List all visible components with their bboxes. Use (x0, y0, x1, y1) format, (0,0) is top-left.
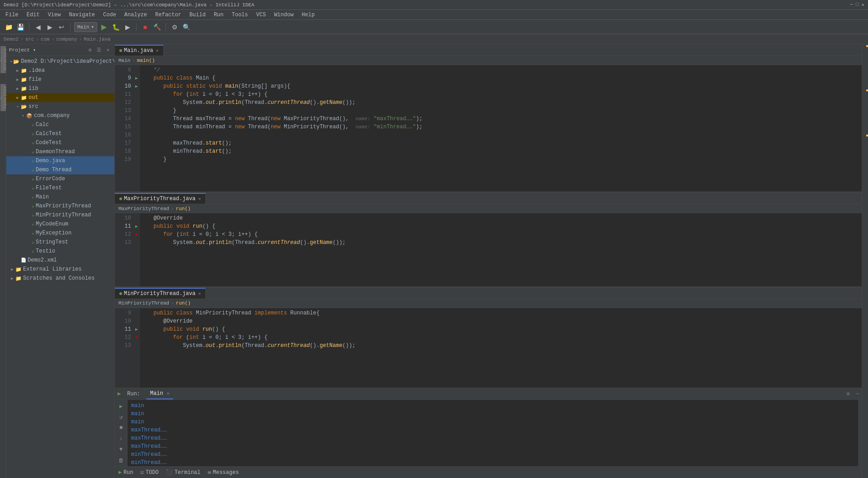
toolbar-save-btn[interactable]: 💾 (15, 22, 25, 32)
menu-edit[interactable]: Edit (23, 11, 43, 19)
output-thread-min1[interactable]: minThread…… (131, 450, 167, 459)
toolbar-undo-btn[interactable]: ↩ (57, 22, 66, 32)
breadcrumb-main[interactable]: Main.java (84, 37, 110, 42)
tab-close-main[interactable]: ✕ (156, 48, 159, 53)
tree-item-demojava[interactable]: ▶ ☕ Demo.java (6, 156, 114, 165)
settings-btn[interactable]: ⚙ (170, 22, 179, 32)
tree-item-calc[interactable]: ▶ ☕ Calc (6, 120, 114, 129)
tree-item-minpriority[interactable]: ▶ ☕ MinPriorityThread (6, 211, 114, 220)
run-stop-btn[interactable]: ■ (117, 423, 126, 432)
tree-item-mycodeenum[interactable]: ▶ ☕ MyCodeEnum (6, 220, 114, 229)
tree-item-out[interactable]: ▶ 📁 out (6, 93, 114, 102)
menu-view[interactable]: View (44, 11, 65, 19)
bottom-tab-terminal[interactable]: ⬛ Terminal (162, 467, 204, 478)
toolbar-project-btn[interactable]: 📁 (4, 22, 14, 32)
debug-btn[interactable]: 🐛 (111, 22, 121, 32)
menu-build[interactable]: Build (186, 11, 209, 19)
run-gutter-max-11[interactable]: ▶ (133, 222, 140, 230)
tab-max-java[interactable]: MaxPriorityThread.java ✕ (115, 193, 206, 204)
breadcrumb-company[interactable]: company (56, 37, 77, 42)
tree-item-testio[interactable]: ▶ ☕ Testio (6, 247, 114, 256)
output-thread-max2[interactable]: maxThread…… (131, 434, 167, 442)
tree-item-idea[interactable]: ▶ 📁 .idea (6, 66, 114, 75)
menu-analyze[interactable]: Analyze (121, 11, 151, 19)
code-editor-min[interactable]: 9 10 11 12 13 ▶ ● public class MinPriori (115, 308, 862, 388)
tree-item-extlibs[interactable]: ▶ 📁 External Libraries (6, 265, 114, 274)
bp-gutter-min-12[interactable]: ● (133, 333, 140, 342)
structure-icon[interactable]: 2: Structure (0, 46, 6, 73)
favorites-icon[interactable]: 2: Favorites (0, 84, 6, 111)
output-thread-main3[interactable]: main (131, 418, 144, 426)
breadcrumb-com[interactable]: com (41, 37, 50, 42)
code-content-main[interactable]: */ public class Main { public static voi… (140, 65, 862, 192)
build-btn[interactable]: 🔨 (152, 22, 162, 32)
bottom-tab-messages[interactable]: ✉ Messages (204, 467, 243, 478)
code-editor-main[interactable]: 8 9 10 11 12 13 14 15 16 17 18 19 (115, 65, 862, 192)
run-tab-main[interactable]: Main ✕ (146, 389, 173, 399)
code-content-max[interactable]: @Override public void run() { for (int i… (140, 213, 862, 286)
tree-item-file[interactable]: ▶ 📁 file (6, 75, 114, 84)
tree-item-calctest[interactable]: ▶ ☕ CalcTest (6, 129, 114, 138)
tree-item-errorcode[interactable]: ▶ ☕ ErrorCode (6, 174, 114, 183)
run-btn[interactable]: ▶ (99, 22, 109, 32)
tree-item-daemonthread[interactable]: ▶ ☕ DaemonThread (6, 147, 114, 156)
tab-min-java[interactable]: MinPriorityThread.java ✕ (115, 288, 206, 299)
menu-code[interactable]: Code (99, 11, 120, 19)
run-config-dropdown[interactable]: Main ▾ (74, 22, 97, 32)
menu-window[interactable]: Window (270, 11, 297, 19)
run-tab-run[interactable]: Run: (123, 389, 144, 399)
menu-run[interactable]: Run (210, 11, 227, 19)
run-tab-main-close[interactable]: ✕ (167, 391, 170, 396)
run-settings-icon[interactable]: ⚙ (847, 391, 850, 397)
tree-item-codetest[interactable]: ▶ ☕ CodeTest (6, 138, 114, 147)
run-scroll-btn[interactable]: ↓ (117, 434, 126, 443)
code-content-min[interactable]: public class MinPriorityThread implement… (140, 308, 862, 388)
project-settings-icon[interactable]: ⚙ (86, 47, 94, 54)
bp-gutter-max-12[interactable]: ● (133, 230, 140, 239)
tree-item-demo2[interactable]: ▾ 📂 Demo2 D:\Project\ideaProject\De (6, 57, 114, 66)
menu-tools[interactable]: Tools (228, 11, 252, 19)
tree-item-demo2xml[interactable]: ▶ 📄 Demo2.xml (6, 256, 114, 265)
minimize-btn[interactable]: ─ (850, 2, 853, 8)
run-minimize-icon[interactable]: ─ (856, 391, 859, 397)
run-coverage-btn[interactable]: ▶ (123, 22, 132, 32)
run-filter-btn[interactable]: ▼ (117, 445, 126, 454)
menu-help[interactable]: Help (298, 11, 318, 19)
menu-refactor[interactable]: Refactor (151, 11, 185, 19)
breadcrumb-src[interactable]: src (25, 37, 34, 42)
menu-navigate[interactable]: Navigate (65, 11, 99, 19)
output-thread-max1[interactable]: maxThread…… (131, 426, 167, 434)
bottom-tab-run[interactable]: ▶ Run (115, 467, 137, 478)
window-controls[interactable]: ─ □ ✕ (850, 2, 864, 8)
run-rerun-btn[interactable]: ↺ (117, 412, 126, 422)
output-thread-max3[interactable]: maxThread…… (131, 442, 167, 450)
toolbar-back-btn[interactable]: ◀ (33, 22, 43, 32)
tree-item-scratches[interactable]: ▶ 📁 Scratches and Consoles (6, 274, 114, 283)
run-play-btn[interactable]: ▶ (117, 402, 126, 411)
tab-main-java[interactable]: Main.java ✕ (115, 45, 164, 56)
menu-vcs[interactable]: VCS (253, 11, 270, 19)
tree-item-myexception[interactable]: ▶ ☕ MyException (6, 229, 114, 238)
tree-item-maxpriority[interactable]: ▶ ☕ MaxPriorityThread (6, 202, 114, 211)
output-thread-min2[interactable]: minThread…… (131, 459, 167, 466)
project-layout-icon[interactable]: ☰ (95, 47, 103, 54)
run-output[interactable]: main main main maxThread…… maxThread…… m… (127, 400, 858, 466)
tree-item-main[interactable]: ▶ ☕ Main (6, 192, 114, 202)
tree-item-stringtest[interactable]: ▶ ☕ StringTest (6, 238, 114, 247)
tree-item-com-company[interactable]: ▾ 📦 com.company (6, 111, 114, 120)
bottom-tab-todo[interactable]: ☑ TODO (137, 467, 162, 478)
run-scrollbar[interactable] (858, 400, 862, 466)
tree-item-lib[interactable]: ▶ 📁 lib (6, 84, 114, 93)
stop-btn[interactable]: ■ (140, 22, 150, 32)
project-close-icon[interactable]: ✕ (104, 47, 112, 54)
output-thread-main2[interactable]: main (131, 410, 144, 418)
tab-close-max[interactable]: ✕ (198, 196, 201, 202)
menu-file[interactable]: File (2, 11, 22, 19)
toolbar-forward-btn[interactable]: ▶ (45, 22, 55, 32)
run-gutter-9[interactable]: ▶ (133, 74, 140, 82)
tree-item-filetest[interactable]: ▶ ☕ FileTest (6, 183, 114, 192)
output-thread-main1[interactable]: main (131, 402, 144, 410)
search-btn[interactable]: 🔍 (181, 22, 191, 32)
run-trash-btn[interactable]: 🗑 (117, 456, 126, 465)
close-btn[interactable]: ✕ (861, 2, 864, 8)
